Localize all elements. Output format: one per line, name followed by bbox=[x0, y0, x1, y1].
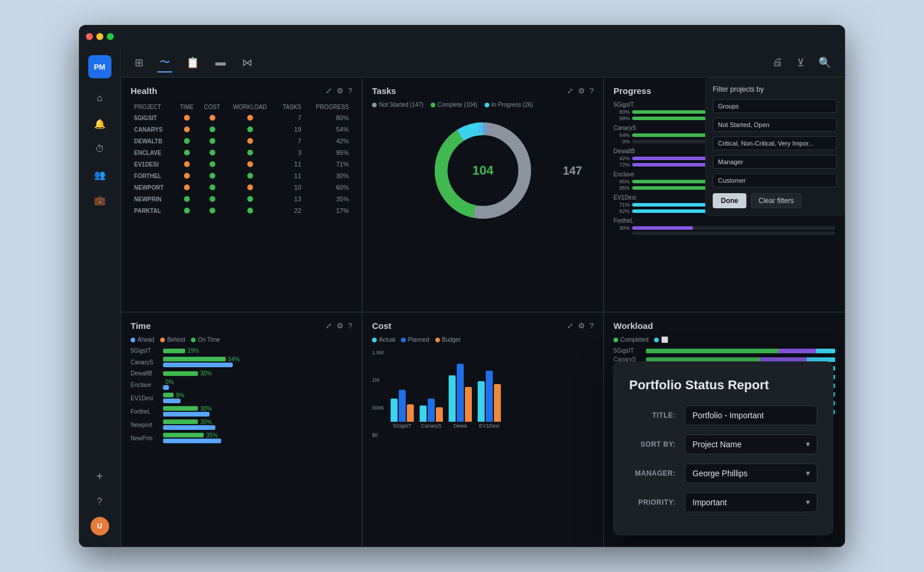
health-progress-cell: 60% bbox=[305, 182, 351, 193]
dash-nav-icon[interactable]: ▬ bbox=[213, 54, 228, 71]
time-row-label: NewPrin bbox=[131, 435, 160, 441]
sidebar-item-portfolio[interactable]: 💼 bbox=[89, 190, 110, 211]
time-settings-icon[interactable]: ⚙ bbox=[337, 321, 344, 330]
tasks-expand-icon[interactable]: ⤢ bbox=[567, 86, 573, 95]
portfolio-manager-row: MANAGER: George Phillips Jane Smith Bob … bbox=[629, 464, 817, 483]
cost-info-icon[interactable]: ? bbox=[590, 321, 594, 330]
cost-bar-dewaltb-actual bbox=[449, 375, 456, 422]
portfolio-title-input[interactable] bbox=[685, 406, 817, 425]
health-panel: Health ⤢ ⚙ ? PROJECT TIME COST bbox=[121, 77, 362, 312]
sidebar-item-notifications[interactable]: 🔔 bbox=[89, 113, 110, 134]
health-progress-cell: 17% bbox=[305, 205, 351, 216]
time-row: NewPrin 35% bbox=[131, 433, 352, 443]
workload-title: Workload bbox=[613, 321, 653, 331]
time-bar-green: 30% bbox=[163, 419, 352, 424]
health-table-row: FORTHEL 11 30% bbox=[132, 171, 351, 181]
filter-nav-icon[interactable]: ⊻ bbox=[795, 54, 807, 71]
cost-expand-icon[interactable]: ⤢ bbox=[567, 321, 573, 330]
time-bar-blue bbox=[163, 425, 352, 430]
app-logo: PM bbox=[88, 55, 111, 78]
sidebar-item-help[interactable]: ? bbox=[89, 491, 110, 512]
time-expand-icon[interactable]: ⤢ bbox=[326, 321, 332, 330]
portfolio-priority-select[interactable]: Important Critical Normal Low bbox=[685, 493, 817, 512]
maximize-button[interactable] bbox=[107, 33, 114, 40]
progress-title: Progress bbox=[613, 86, 651, 96]
health-time-cell bbox=[175, 124, 198, 135]
cost-settings-icon[interactable]: ⚙ bbox=[578, 321, 585, 330]
user-avatar[interactable]: U bbox=[91, 517, 109, 535]
time-bar-blue bbox=[163, 363, 352, 367]
minimize-button[interactable] bbox=[96, 33, 103, 40]
time-bar-green: 19% bbox=[163, 349, 352, 353]
filter-groups[interactable]: Groups bbox=[713, 99, 837, 113]
cost-y-1.5m: 1.5M bbox=[372, 350, 384, 356]
filter-done-button[interactable]: Done bbox=[713, 193, 746, 208]
time-row: Enclave 0% bbox=[131, 379, 352, 390]
health-tasks-cell: 7 bbox=[275, 113, 304, 123]
sidebar-item-time[interactable]: ⏱ bbox=[89, 139, 110, 160]
col-project-header: PROJECT bbox=[132, 103, 174, 111]
filter-priority[interactable]: Critical, Non-Critical, Very Impor... bbox=[713, 136, 837, 150]
time-bar-green: 54% bbox=[163, 357, 352, 361]
sidebar-item-home[interactable]: ⌂ bbox=[89, 88, 110, 108]
progress-pct-label: 0% bbox=[613, 139, 630, 144]
health-workload-cell bbox=[226, 147, 274, 158]
time-row-label: CanaryS bbox=[131, 359, 160, 365]
health-table-row: CANARYS 19 54% bbox=[132, 124, 351, 135]
health-time-cell bbox=[175, 113, 198, 123]
time-row-label: Enclave bbox=[131, 382, 160, 388]
time-bar-group: 0% bbox=[163, 379, 352, 390]
filter-manager[interactable]: Manager bbox=[713, 155, 837, 169]
grid-nav-icon[interactable]: ⊞ bbox=[132, 54, 146, 71]
close-button[interactable] bbox=[86, 33, 93, 40]
health-cost-cell bbox=[199, 159, 225, 169]
time-info-icon[interactable]: ? bbox=[348, 321, 352, 330]
health-tasks-cell: 11 bbox=[275, 159, 304, 169]
time-bar-group: 35% bbox=[163, 433, 352, 443]
search-nav-icon[interactable]: 🔍 bbox=[816, 54, 833, 71]
workload-row-label: 5GigsIT bbox=[613, 347, 643, 354]
col-workload-header: WORKLOAD bbox=[226, 103, 274, 111]
health-table-row: NEWPORT 10 60% bbox=[132, 182, 351, 193]
health-expand-icon[interactable]: ⤢ bbox=[326, 86, 332, 95]
print-nav-icon[interactable]: 🖨 bbox=[770, 54, 785, 71]
health-tasks-cell: 13 bbox=[275, 194, 304, 204]
health-project-cell: ENCLAVE bbox=[132, 147, 174, 158]
progress-bar-track bbox=[632, 226, 835, 230]
health-time-cell bbox=[175, 182, 198, 193]
filter-status[interactable]: Not Started, Open bbox=[713, 118, 837, 132]
tasks-info-icon[interactable]: ? bbox=[590, 86, 594, 95]
time-bar-green: 9% bbox=[163, 393, 352, 397]
portfolio-sort-label: SORT BY: bbox=[629, 440, 676, 448]
progress-pct-label: 80% bbox=[613, 109, 630, 115]
time-bar-blue bbox=[163, 385, 352, 390]
portfolio-sort-select[interactable]: Project Name Status Priority Due Date bbox=[685, 435, 817, 454]
cost-bar-ev1desi-budget bbox=[494, 384, 501, 422]
sidebar-item-add[interactable]: + bbox=[89, 466, 110, 487]
cost-y-0: $0 bbox=[372, 432, 384, 438]
cost-bar-dewaltb-budget bbox=[465, 387, 472, 422]
sidebar-item-users[interactable]: 👥 bbox=[89, 164, 110, 185]
time-pct-label: 9% bbox=[176, 392, 184, 399]
pulse-nav-icon[interactable]: 〜 bbox=[157, 53, 172, 73]
portfolio-priority-row: PRIORITY: Important Critical Normal Low … bbox=[629, 493, 817, 512]
time-pct-label: 19% bbox=[187, 347, 199, 354]
portfolio-priority-label: PRIORITY: bbox=[629, 498, 676, 506]
filter-customer[interactable]: Customer bbox=[713, 173, 837, 187]
filter-clear-button[interactable]: Clear filters bbox=[751, 193, 802, 208]
clipboard-nav-icon[interactable]: 📋 bbox=[184, 54, 201, 71]
health-project-cell: DEWALTB bbox=[132, 136, 174, 146]
health-cost-cell bbox=[199, 136, 225, 146]
health-info-icon[interactable]: ? bbox=[348, 86, 352, 95]
health-settings-icon[interactable]: ⚙ bbox=[337, 86, 344, 95]
network-nav-icon[interactable]: ⋈ bbox=[240, 54, 255, 71]
health-time-cell bbox=[175, 136, 198, 146]
tasks-settings-icon[interactable]: ⚙ bbox=[578, 86, 585, 95]
health-workload-cell bbox=[226, 113, 274, 123]
health-time-cell bbox=[175, 171, 198, 181]
health-project-cell: NEWPRIN bbox=[132, 194, 174, 204]
col-tasks-header: TASKS bbox=[275, 103, 304, 111]
time-row-label: FortheL bbox=[131, 408, 160, 415]
health-workload-cell bbox=[226, 124, 274, 135]
portfolio-manager-select[interactable]: George Phillips Jane Smith Bob Johnson bbox=[685, 464, 817, 483]
